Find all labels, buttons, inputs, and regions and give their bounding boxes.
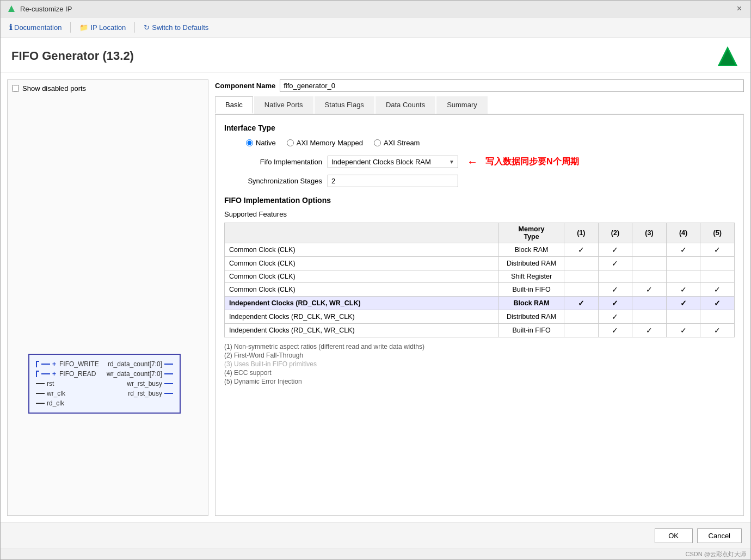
sync-stages-control	[328, 175, 458, 187]
fifo-impl-dropdown[interactable]: Independent Clocks Block RAM ▼	[328, 156, 458, 168]
table-row: Independent Clocks (RD_CLK, WR_CLK)Block…	[225, 297, 735, 310]
switch-defaults-button[interactable]: ↻ Switch to Defaults	[144, 23, 208, 32]
rst-label: rst	[47, 380, 54, 387]
wire-connector-1	[36, 361, 39, 367]
cell-type: Independent Clocks (RD_CLK, WR_CLK)	[225, 310, 499, 324]
content-area: Show disabled ports + FIFO_WRITE	[1, 73, 750, 522]
footnote-5: (5) Dynamic Error Injection	[224, 378, 735, 385]
radio-axi-memory[interactable]: AXI Memory Mapped	[287, 139, 363, 147]
cell-col-5: ✓	[700, 283, 735, 297]
footnote-3: (3) Uses Built-in FIFO primitives	[224, 360, 735, 368]
wire-r4	[164, 393, 173, 394]
rd-rst-busy-label: rd_rst_busy	[128, 390, 162, 397]
product-title: FIFO Generator (13.2)	[11, 49, 134, 63]
show-disabled-label: Show disabled ports	[22, 84, 86, 93]
cancel-button[interactable]: Cancel	[697, 528, 742, 543]
tab-native-ports[interactable]: Native Ports	[254, 96, 313, 114]
wr-data-count-label: wr_data_count[7:0]	[107, 370, 162, 378]
refresh-icon: ↻	[144, 23, 150, 32]
sync-stages-input[interactable]	[328, 175, 458, 187]
ip-location-button[interactable]: 📁 IP Location	[79, 23, 126, 32]
wire-4	[36, 393, 45, 394]
footnotes: (1) Non-symmetric aspect ratios (differe…	[224, 343, 735, 385]
footnote-1: (1) Non-symmetric aspect ratios (differe…	[224, 343, 735, 350]
fifo-impl-control: Independent Clocks Block RAM ▼ ← 写入数据同步要…	[328, 156, 579, 168]
footnote-4: (4) ECC support	[224, 369, 735, 377]
cell-type: Common Clock (CLK)	[225, 270, 499, 283]
impl-options-title: FIFO Implementation Options	[224, 196, 735, 205]
tab-data-counts[interactable]: Data Counts	[376, 96, 435, 114]
cell-col-3	[632, 257, 667, 270]
col-3-header: (3)	[632, 223, 667, 243]
port-rst: rst	[36, 380, 99, 387]
tab-status-flags[interactable]: Status Flags	[315, 96, 374, 114]
ok-button[interactable]: OK	[655, 528, 693, 543]
title-bar: Re-customize IP ×	[1, 1, 750, 17]
port-wr-rst-busy: wr_rst_busy	[127, 380, 173, 387]
cell-col-5	[700, 270, 735, 283]
cell-col-1: ✓	[564, 297, 599, 310]
interface-type-title: Interface Type	[224, 124, 735, 132]
wire-3	[36, 383, 45, 384]
cell-col-1	[564, 270, 599, 283]
cell-col-2: ✓	[598, 310, 632, 324]
cell-col-4: ✓	[666, 297, 700, 310]
radio-axi-stream[interactable]: AXI Stream	[374, 139, 420, 147]
svg-marker-0	[8, 5, 15, 12]
cell-memory: Built-in FIFO	[499, 283, 564, 297]
tab-basic[interactable]: Basic	[215, 96, 253, 114]
schematic-area: + FIFO_WRITE + FIFO_READ	[17, 212, 204, 414]
tabs-bar: Basic Native Ports Status Flags Data Cou…	[215, 96, 744, 115]
main-window: Re-customize IP × ℹ Documentation 📁 IP L…	[0, 0, 751, 560]
cell-col-3	[632, 243, 667, 257]
port-rd-clk: rd_clk	[36, 399, 99, 407]
wr-rst-busy-label: wr_rst_busy	[127, 380, 162, 387]
radio-native[interactable]: Native	[246, 139, 276, 147]
left-ports: + FIFO_WRITE + FIFO_READ	[36, 360, 99, 407]
app-icon	[7, 4, 16, 13]
fifo-write-label: FIFO_WRITE	[59, 360, 99, 368]
red-arrow-icon: ←	[467, 156, 478, 168]
fifo-impl-label: Fifo Implementation	[224, 158, 322, 166]
table-row: Common Clock (CLK)Block RAM✓✓✓✓	[225, 243, 735, 257]
cell-col-2: ✓	[598, 257, 632, 270]
cell-col-4: ✓	[666, 324, 700, 337]
cell-col-4: ✓	[666, 243, 700, 257]
window-title: Re-customize IP	[20, 5, 72, 13]
cell-col-3	[632, 310, 667, 324]
info-icon: ℹ	[9, 23, 12, 32]
cell-col-4: ✓	[666, 283, 700, 297]
wire-5	[36, 403, 45, 404]
wire-r1	[164, 364, 173, 365]
cell-col-1	[564, 310, 599, 324]
right-panel: Component Name Basic Native Ports Status…	[215, 79, 744, 516]
toolbar-divider-2	[134, 22, 135, 33]
cell-col-5	[700, 257, 735, 270]
col-1-header: (1)	[564, 223, 599, 243]
toolbar: ℹ Documentation 📁 IP Location ↻ Switch t…	[1, 17, 750, 38]
xilinx-logo	[716, 44, 740, 68]
rd-data-count-label: rd_data_count[7:0]	[108, 360, 162, 368]
cell-col-1	[564, 283, 599, 297]
cell-memory: Shift Register	[499, 270, 564, 283]
cell-col-3: ✓	[632, 324, 667, 337]
cell-col-5: ✓	[700, 243, 735, 257]
cell-col-1	[564, 257, 599, 270]
close-button[interactable]: ×	[735, 4, 744, 14]
toolbar-divider	[70, 22, 71, 33]
show-disabled-checkbox[interactable]	[12, 85, 19, 92]
plus-icon-1: +	[52, 360, 56, 368]
port-wr-clk: wr_clk	[36, 390, 99, 397]
watermark: CSDN @云彩点灯大师	[1, 549, 750, 559]
col-memory-header: MemoryType	[499, 223, 564, 243]
documentation-button[interactable]: ℹ Documentation	[9, 23, 61, 32]
port-rd-data-count: rd_data_count[7:0]	[108, 360, 173, 368]
radio-axi-stream-label: AXI Stream	[384, 139, 420, 147]
component-name-input[interactable]	[280, 79, 744, 92]
col-4-header: (4)	[666, 223, 700, 243]
cell-col-2: ✓	[598, 324, 632, 337]
cell-col-4	[666, 270, 700, 283]
table-row: Common Clock (CLK)Built-in FIFO✓✓✓✓	[225, 283, 735, 297]
tab-summary[interactable]: Summary	[436, 96, 488, 114]
wr-clk-label: wr_clk	[47, 390, 65, 397]
